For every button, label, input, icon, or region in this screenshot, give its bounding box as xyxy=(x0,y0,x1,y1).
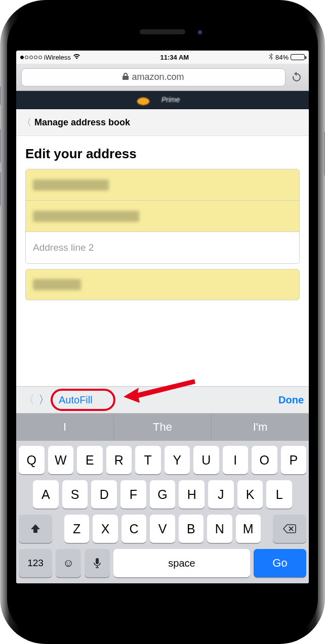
amazon-prime-banner: Prime xyxy=(16,91,309,109)
key-space[interactable]: space xyxy=(113,549,250,577)
city-field[interactable] xyxy=(25,269,300,300)
battery-pct-label: 84% xyxy=(275,54,289,61)
key-dictation[interactable] xyxy=(85,549,110,577)
key-c[interactable]: C xyxy=(121,515,146,543)
key-v[interactable]: V xyxy=(150,515,175,543)
keyboard-accessory-bar: 〈 〉 AutoFill Done xyxy=(16,386,309,413)
key-h[interactable]: H xyxy=(179,480,205,509)
keyboard-container: 〈 〉 AutoFill Done I The xyxy=(16,386,309,583)
svg-rect-1 xyxy=(96,558,99,564)
redacted-address1-value xyxy=(33,211,139,222)
breadcrumb-back[interactable]: 〈 Manage address book xyxy=(16,109,309,136)
address-form: Address line 2 xyxy=(16,169,309,300)
key-q[interactable]: Q xyxy=(19,446,45,474)
url-domain-label: amazon.com xyxy=(132,72,184,82)
key-j[interactable]: J xyxy=(208,480,234,509)
key-123[interactable]: 123 xyxy=(19,549,52,577)
shift-icon xyxy=(30,523,41,534)
status-bar: iWireless 11:34 AM 84% xyxy=(16,51,309,64)
redacted-name-value xyxy=(33,179,109,191)
key-t[interactable]: T xyxy=(135,446,161,474)
key-g[interactable]: G xyxy=(150,480,176,509)
address-line2-placeholder: Address line 2 xyxy=(33,242,94,253)
next-field-button[interactable]: 〉 xyxy=(36,392,52,407)
microphone-icon xyxy=(94,558,101,569)
speaker-slot xyxy=(140,29,185,34)
mute-switch xyxy=(0,86,1,105)
wifi-icon xyxy=(73,54,80,61)
key-b[interactable]: B xyxy=(179,515,204,543)
clock-label: 11:34 AM xyxy=(160,54,189,61)
key-i[interactable]: I xyxy=(223,446,249,474)
key-k[interactable]: K xyxy=(237,480,263,509)
signal-dots-icon xyxy=(20,56,42,59)
key-o[interactable]: O xyxy=(252,446,277,474)
key-p[interactable]: P xyxy=(281,446,307,474)
prediction-3[interactable]: I'm xyxy=(212,413,309,441)
autofill-button[interactable]: AutoFill xyxy=(52,392,100,408)
phone-bezel: iWireless 11:34 AM 84% xyxy=(7,6,318,638)
phone-frame: iWireless 11:34 AM 84% xyxy=(0,0,325,644)
backspace-icon xyxy=(283,524,296,534)
address-line2-field[interactable]: Address line 2 xyxy=(26,232,299,263)
key-d[interactable]: D xyxy=(91,480,117,509)
key-e[interactable]: E xyxy=(77,446,103,474)
reload-button[interactable] xyxy=(290,72,304,83)
key-w[interactable]: W xyxy=(48,446,74,474)
volume-down-button xyxy=(0,172,1,206)
predictive-text-bar: I The I'm xyxy=(16,413,309,441)
key-emoji[interactable]: ☺ xyxy=(56,549,81,577)
redacted-city-value xyxy=(33,279,81,290)
key-u[interactable]: U xyxy=(193,446,219,474)
prime-label: Prime xyxy=(161,96,180,104)
prediction-2[interactable]: The xyxy=(114,413,212,441)
key-go[interactable]: Go xyxy=(254,549,306,577)
page-title: Edit your address xyxy=(16,136,309,169)
keyboard-done-button[interactable]: Done xyxy=(278,394,304,406)
emoji-icon: ☺ xyxy=(63,557,74,570)
key-l[interactable]: L xyxy=(266,480,292,509)
lock-icon xyxy=(123,72,129,82)
key-f[interactable]: F xyxy=(120,480,146,509)
key-y[interactable]: Y xyxy=(165,446,190,474)
key-shift[interactable] xyxy=(19,515,52,543)
bluetooth-icon xyxy=(269,53,273,62)
key-z[interactable]: Z xyxy=(64,515,89,543)
breadcrumb-label: Manage address book xyxy=(34,117,130,128)
key-backspace[interactable] xyxy=(273,515,306,543)
prediction-1[interactable]: I xyxy=(16,413,114,441)
key-m[interactable]: M xyxy=(236,515,261,543)
chevron-left-icon: 〈 xyxy=(22,116,31,128)
volume-up-button xyxy=(0,129,1,163)
proximity-sensor xyxy=(198,30,202,34)
address-line1-field[interactable] xyxy=(26,201,299,232)
safari-address-bar: amazon.com xyxy=(16,64,309,91)
key-a[interactable]: A xyxy=(33,480,59,509)
key-x[interactable]: X xyxy=(93,515,117,543)
prev-field-button[interactable]: 〈 xyxy=(21,392,36,407)
battery-icon xyxy=(291,54,305,60)
screen: iWireless 11:34 AM 84% xyxy=(16,51,309,583)
onscreen-keyboard: Q W E R T Y U I O P A S D xyxy=(16,441,309,583)
key-s[interactable]: S xyxy=(62,480,88,509)
key-n[interactable]: N xyxy=(207,515,232,543)
url-field[interactable]: amazon.com xyxy=(21,68,286,86)
carrier-label: iWireless xyxy=(44,54,71,61)
key-r[interactable]: R xyxy=(106,446,132,474)
full-name-field[interactable] xyxy=(26,169,299,201)
